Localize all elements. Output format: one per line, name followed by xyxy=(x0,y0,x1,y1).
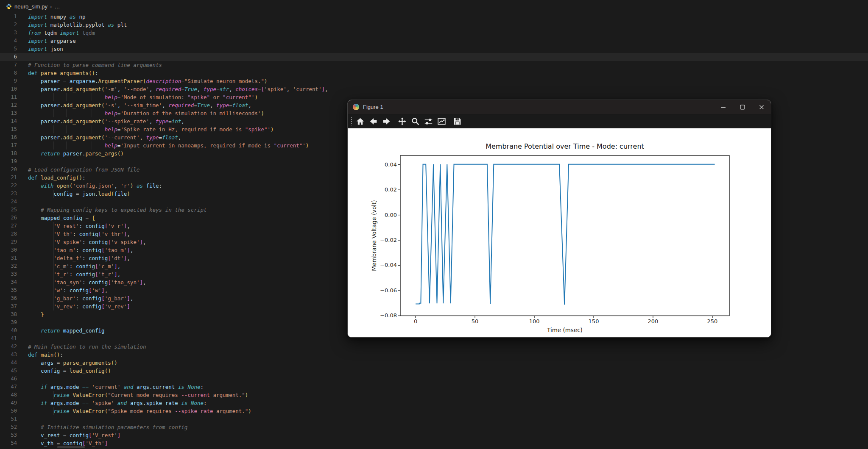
line-number: 8 xyxy=(0,69,17,77)
line-number: 39 xyxy=(0,319,17,327)
line-number: 28 xyxy=(0,230,17,238)
code-line[interactable]: 45 config = load_config() xyxy=(0,367,868,375)
y-tick-label: −0.02 xyxy=(365,237,397,243)
line-number: 23 xyxy=(0,190,17,198)
code-line-text: if args.mode == 'current' and args.curre… xyxy=(28,383,204,391)
line-number: 52 xyxy=(0,423,17,431)
code-line-text: help='Input current in nanoamps, require… xyxy=(28,141,309,150)
pan-button[interactable] xyxy=(396,116,408,127)
configure-subplots-button[interactable] xyxy=(423,116,434,127)
edit-axes-button[interactable] xyxy=(436,116,447,127)
code-line[interactable]: 5import json xyxy=(0,45,868,53)
code-line-text: 'v_rev': config['v_rev'] xyxy=(28,302,130,310)
code-line[interactable]: 51 xyxy=(0,415,868,423)
save-button[interactable] xyxy=(452,116,463,127)
code-line[interactable]: 8def parse_arguments(): xyxy=(0,69,868,77)
code-line-text: 'tao_syn': config['tao_syn'], xyxy=(28,278,146,286)
y-tick-label: −0.04 xyxy=(365,262,397,268)
python-file-icon xyxy=(6,3,12,9)
maximize-button[interactable] xyxy=(733,100,752,114)
code-line-text: return mapped_config xyxy=(28,327,105,335)
figure-window-title: Figure 1 xyxy=(363,104,383,110)
code-line[interactable]: 42# Main function to run the simulation xyxy=(0,343,868,351)
code-line-text: raise ValueError("Spike mode requires --… xyxy=(28,407,251,415)
code-line[interactable]: 1import numpy as np xyxy=(0,13,868,21)
code-line[interactable]: 50 raise ValueError("Spike mode requires… xyxy=(0,407,868,415)
code-line[interactable]: 7# Function to parse command line argume… xyxy=(0,61,868,69)
line-number: 16 xyxy=(0,133,17,141)
code-line-text: import matplotlib.pyplot as plt xyxy=(28,21,127,29)
floppy-save-icon xyxy=(453,117,462,126)
forward-button[interactable] xyxy=(381,116,392,127)
code-line-text: } xyxy=(28,310,44,319)
magnifier-icon xyxy=(411,117,420,126)
code-line[interactable]: 43def main(): xyxy=(0,351,868,359)
line-number: 15 xyxy=(0,125,17,133)
x-tick-label: 50 xyxy=(472,318,479,324)
line-number: 45 xyxy=(0,367,17,375)
indent-guide xyxy=(41,375,42,383)
line-number: 6 xyxy=(0,53,17,61)
line-number: 49 xyxy=(0,399,17,407)
zoom-button[interactable] xyxy=(410,116,421,127)
line-number: 34 xyxy=(0,278,17,286)
code-line[interactable]: 4import argparse xyxy=(0,37,868,45)
code-line[interactable]: 3from tqdm import tqdm xyxy=(0,29,868,37)
code-line-text: help='Spike rate in Hz, required if mode… xyxy=(28,125,274,133)
code-line[interactable]: 9 parser = argparse.ArgumentParser(descr… xyxy=(0,77,868,85)
breadcrumb[interactable]: neuro_sim.py › … xyxy=(0,0,868,13)
home-button[interactable] xyxy=(354,116,366,127)
code-line[interactable]: 6 xyxy=(0,53,868,61)
code-line[interactable]: 54 v_th = config['V_th'] xyxy=(0,439,868,447)
toolbar-drag-handle[interactable] xyxy=(351,117,352,126)
line-number: 21 xyxy=(0,174,17,182)
code-line-text: 'tao_m': config['tao_m'], xyxy=(28,246,133,254)
line-number: 22 xyxy=(0,182,17,190)
code-line[interactable]: 46 xyxy=(0,375,868,383)
x-tick-label: 250 xyxy=(707,318,718,324)
code-line[interactable]: 10 parser.add_argument('-m', '--mode', r… xyxy=(0,85,868,93)
minimize-button[interactable] xyxy=(714,100,733,114)
back-arrow-icon xyxy=(369,117,378,126)
code-line[interactable]: 2import matplotlib.pyplot as plt xyxy=(0,21,868,29)
line-number: 29 xyxy=(0,238,17,246)
code-line[interactable]: 49 if args.mode == 'spike' and args.spik… xyxy=(0,399,868,407)
code-line[interactable]: 47 if args.mode == 'current' and args.cu… xyxy=(0,383,868,391)
line-number: 10 xyxy=(0,85,17,93)
code-line-text: with open('config.json', 'r') as file: xyxy=(28,182,162,190)
code-line[interactable]: 52 # Initialize simulation parameters fr… xyxy=(0,423,868,431)
close-button[interactable] xyxy=(752,100,771,114)
figure-window: Figure 1 xyxy=(347,100,771,338)
indent-guide xyxy=(41,415,42,423)
sliders-icon xyxy=(424,117,433,126)
line-number: 18 xyxy=(0,150,17,158)
line-number: 43 xyxy=(0,351,17,359)
code-line[interactable]: 48 raise ValueError("Current mode requir… xyxy=(0,391,868,399)
code-line[interactable]: 53 v_rest = config['V_rest'] xyxy=(0,431,868,439)
code-line-text: # Mapping config keys to expected keys i… xyxy=(28,206,207,214)
line-number: 2 xyxy=(0,21,17,29)
line-number: 48 xyxy=(0,391,17,399)
line-number: 54 xyxy=(0,439,17,447)
breadcrumb-filename[interactable]: neuro_sim.py xyxy=(14,3,47,10)
line-number: 27 xyxy=(0,222,17,230)
line-number: 7 xyxy=(0,61,17,69)
pan-move-icon xyxy=(398,117,407,126)
breadcrumb-ellipsis[interactable]: … xyxy=(54,3,60,10)
breadcrumb-separator: › xyxy=(50,3,52,10)
code-line-text: mapped_config = { xyxy=(28,214,95,222)
code-line-text: args = parse_arguments() xyxy=(28,359,117,367)
line-number: 46 xyxy=(0,375,17,383)
forward-arrow-icon xyxy=(382,117,391,126)
line-number: 1 xyxy=(0,13,17,21)
line-number: 44 xyxy=(0,359,17,367)
code-line-text: 'V_rest': config['v_r'], xyxy=(28,222,130,230)
code-line[interactable]: 44 args = parse_arguments() xyxy=(0,359,868,367)
line-number: 50 xyxy=(0,407,17,415)
figure-titlebar[interactable]: Figure 1 xyxy=(348,100,771,114)
figure-canvas: Membrane Potential over Time - Mode: cur… xyxy=(348,128,771,338)
line-number: 33 xyxy=(0,270,17,278)
back-button[interactable] xyxy=(368,116,379,127)
y-tick-label: −0.08 xyxy=(365,312,397,319)
horizontal-scrollbar-thumb[interactable] xyxy=(57,446,85,448)
